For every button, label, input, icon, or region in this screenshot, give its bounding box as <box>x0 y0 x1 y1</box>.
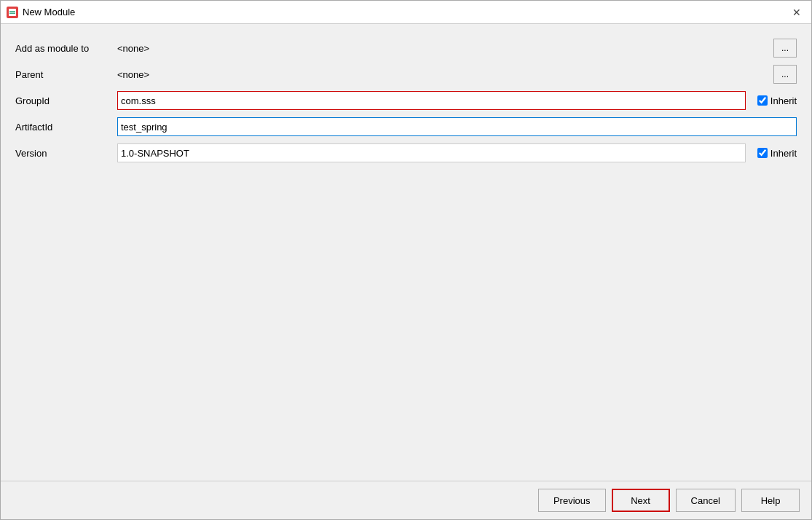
group-id-wrapper: Inherit <box>117 91 797 110</box>
parent-row: Parent <none> ... <box>15 62 797 87</box>
group-id-inherit-wrapper: Inherit <box>757 95 797 106</box>
artifact-id-label: ArtifactId <box>15 122 117 133</box>
version-input[interactable] <box>117 143 746 162</box>
add-as-module-browse-button[interactable]: ... <box>773 39 797 58</box>
footer: Previous Next Cancel Help <box>1 481 811 519</box>
parent-control: <none> ... <box>117 65 797 84</box>
artifact-id-row: ArtifactId <box>15 114 797 139</box>
dialog-title: New Module <box>23 7 784 17</box>
group-id-row: GroupId Inherit <box>15 88 797 113</box>
help-button[interactable]: Help <box>741 489 800 512</box>
group-id-inherit-label: Inherit <box>770 95 797 106</box>
parent-value: <none> <box>117 69 773 80</box>
form-content: Add as module to <none> ... Parent <none… <box>1 24 811 481</box>
svg-rect-0 <box>9 9 16 16</box>
add-as-module-control: <none> ... <box>117 39 797 58</box>
parent-label: Parent <box>15 69 117 80</box>
group-id-inherit-checkbox[interactable] <box>757 95 768 106</box>
version-label: Version <box>15 148 117 159</box>
title-bar: New Module ✕ <box>1 1 811 24</box>
add-as-module-label: Add as module to <box>15 43 117 54</box>
svg-rect-1 <box>9 11 15 12</box>
parent-browse-button[interactable]: ... <box>773 65 797 84</box>
dialog-icon <box>7 7 18 18</box>
version-inherit-checkbox[interactable] <box>757 148 768 158</box>
new-module-dialog: New Module ✕ Add as module to <none> ...… <box>0 0 812 520</box>
add-as-module-value: <none> <box>117 43 773 54</box>
add-as-module-row: Add as module to <none> ... <box>15 36 797 60</box>
svg-rect-2 <box>9 12 15 14</box>
artifact-id-wrapper <box>117 117 797 136</box>
group-id-input[interactable] <box>117 91 746 110</box>
spacer <box>15 167 797 469</box>
close-button[interactable]: ✕ <box>788 5 805 20</box>
version-inherit-label: Inherit <box>770 148 797 159</box>
artifact-id-input[interactable] <box>117 117 797 136</box>
version-inherit-wrapper: Inherit <box>757 148 797 159</box>
version-wrapper: Inherit <box>117 143 797 162</box>
previous-button[interactable]: Previous <box>538 489 606 512</box>
version-row: Version Inherit <box>15 141 797 165</box>
cancel-button[interactable]: Cancel <box>676 489 736 512</box>
next-button[interactable]: Next <box>612 489 670 512</box>
group-id-label: GroupId <box>15 95 117 106</box>
